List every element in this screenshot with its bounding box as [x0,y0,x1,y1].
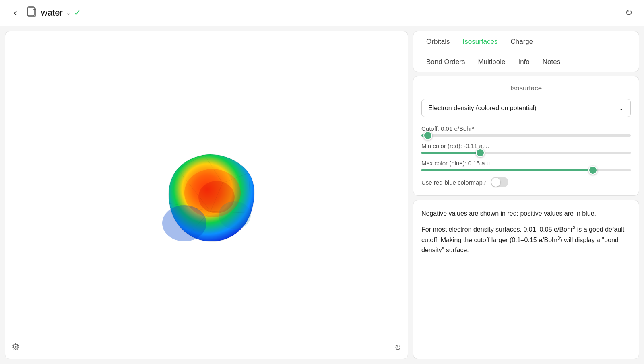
svg-point-4 [219,201,251,229]
tab-orbitals[interactable]: Orbitals [420,35,456,49]
title-chevron-icon[interactable]: ⌄ [66,10,71,16]
info-para1: Negative values are shown in red; positi… [421,208,631,219]
toggle-knob [491,178,500,187]
tab-info[interactable]: Info [512,55,536,69]
tab-notes[interactable]: Notes [536,55,567,69]
svg-point-3 [162,205,206,241]
viewer-panel: ⚙ ↻ [5,31,408,359]
info-card: Negative values are shown in red; positi… [413,200,639,359]
file-title: water [41,8,63,18]
topbar-refresh-icon: ↻ [625,8,632,18]
back-icon: ‹ [14,7,17,19]
info-para2: For most electron density surfaces, 0.01… [421,224,631,255]
colormap-toggle[interactable] [491,177,508,187]
check-icon: ✓ [74,8,81,18]
max-color-slider[interactable] [421,169,631,171]
molecule-viewer [142,131,271,259]
viewer-refresh-icon: ↻ [394,343,401,352]
tab-bond-orders[interactable]: Bond Orders [420,55,471,69]
title-area: water ⌄ ✓ [41,8,81,18]
min-color-fill [421,152,480,154]
isosurface-dropdown[interactable]: Electron density (colored on potential) … [421,99,631,117]
toggle-label: Use red-blue colormap? [421,179,486,186]
gear-icon: ⚙ [12,342,20,352]
max-color-thumb[interactable] [588,166,597,175]
topbar-refresh-button[interactable]: ↻ [621,6,636,20]
tabs-row1: Orbitals Isosurfaces Charge [413,31,639,52]
colormap-toggle-row: Use red-blue colormap? [421,177,631,187]
tabs-container: Orbitals Isosurfaces Charge Bond Orders … [413,31,639,72]
tab-isosurfaces[interactable]: Isosurfaces [456,35,504,49]
doc-icon [27,6,36,19]
back-button[interactable]: ‹ [8,6,23,20]
topbar-left: ‹ water ⌄ ✓ [8,6,81,20]
min-color-thumb[interactable] [476,148,485,157]
settings-button[interactable]: ⚙ [12,342,20,352]
cutoff-thumb[interactable] [423,131,432,140]
tabs-row2: Bond Orders Multipole Info Notes [413,52,639,72]
tab-multipole[interactable]: Multipole [471,55,512,69]
cutoff-slider-group: Cutoff: 0.01 e/Bohr³ [421,125,631,137]
controls-card: Isosurface Electron density (colored on … [413,76,639,196]
info-para2-text: For most electron density surfaces, 0.01… [421,226,624,254]
isosurface-title: Isosurface [421,84,631,93]
topbar: ‹ water ⌄ ✓ ↻ [0,0,644,26]
cutoff-slider[interactable] [421,134,631,137]
min-color-label: Min color (red): -0.11 a.u. [421,142,631,149]
tab-charge[interactable]: Charge [504,35,540,49]
max-color-fill [421,169,593,171]
main-content: ⚙ ↻ Orbitals Isosurfaces Charge Bo [0,26,644,364]
min-color-slider[interactable] [421,152,631,154]
right-panel: Orbitals Isosurfaces Charge Bond Orders … [411,26,644,364]
max-color-label: Max color (blue): 0.15 a.u. [421,160,631,167]
dropdown-chevron-icon: ⌄ [619,104,624,112]
viewer-refresh-button[interactable]: ↻ [394,343,401,352]
max-color-slider-group: Max color (blue): 0.15 a.u. [421,160,631,171]
dropdown-value: Electron density (colored on potential) [428,105,537,112]
min-color-slider-group: Min color (red): -0.11 a.u. [421,142,631,154]
cutoff-label: Cutoff: 0.01 e/Bohr³ [421,125,631,132]
